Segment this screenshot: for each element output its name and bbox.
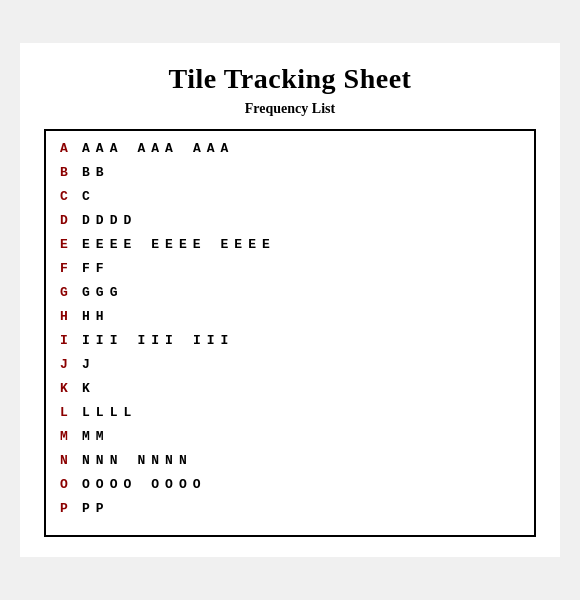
tile-group: III [137, 333, 178, 348]
tile: A [96, 141, 104, 156]
tile-group: EEEE [151, 237, 206, 252]
tile-group: DDDD [82, 213, 137, 228]
tile: A [165, 141, 173, 156]
tile: D [96, 213, 104, 228]
tile-row: FFF [60, 261, 520, 283]
tile: O [82, 477, 90, 492]
tile-group-container: FF [82, 261, 124, 276]
tile-group: NNN [82, 453, 123, 468]
row-label: H [60, 309, 82, 324]
tile-row: LLLLL [60, 405, 520, 427]
row-label: N [60, 453, 82, 468]
tile-group: C [82, 189, 96, 204]
tile: E [165, 237, 173, 252]
tile-row: BBB [60, 165, 520, 187]
tile: D [123, 213, 131, 228]
tile: M [96, 429, 104, 444]
tile: E [96, 237, 104, 252]
tile: F [96, 261, 104, 276]
tile: B [82, 165, 90, 180]
tile-row: OOOOOOOOO [60, 477, 520, 499]
tile: L [110, 405, 118, 420]
tile: E [110, 237, 118, 252]
tile: L [82, 405, 90, 420]
row-label: B [60, 165, 82, 180]
tile: C [82, 189, 90, 204]
row-label: O [60, 477, 82, 492]
tile: O [151, 477, 159, 492]
tile: G [110, 285, 118, 300]
tile-row: GGGG [60, 285, 520, 307]
row-label: I [60, 333, 82, 348]
tile-group: PP [82, 501, 110, 516]
row-label: J [60, 357, 82, 372]
tile: E [234, 237, 242, 252]
tile-group: FF [82, 261, 110, 276]
tile-group: AAA [193, 141, 234, 156]
tile-group-container: DDDD [82, 213, 151, 228]
tile-group: BB [82, 165, 110, 180]
tile: N [110, 453, 118, 468]
tile-group-container: PP [82, 501, 124, 516]
row-label: P [60, 501, 82, 516]
tile: N [137, 453, 145, 468]
row-label: A [60, 141, 82, 156]
tile-group: J [82, 357, 96, 372]
tile: N [151, 453, 159, 468]
tile: I [137, 333, 145, 348]
tile: J [82, 357, 90, 372]
tile-row: DDDDD [60, 213, 520, 235]
tile-group: III [193, 333, 234, 348]
tile: D [110, 213, 118, 228]
tile-group-container: J [82, 357, 110, 372]
tile: N [179, 453, 187, 468]
page-title: Tile Tracking Sheet [44, 63, 536, 95]
tile: A [151, 141, 159, 156]
tile-group-container: AAAAAAAAA [82, 141, 248, 156]
tile: M [82, 429, 90, 444]
tile: I [193, 333, 201, 348]
tile: A [193, 141, 201, 156]
tile-group: NNNN [137, 453, 192, 468]
tile-row: AAAAAAAAAA [60, 141, 520, 163]
tile: N [82, 453, 90, 468]
tile-group-container: MM [82, 429, 124, 444]
tile: L [123, 405, 131, 420]
tile: P [96, 501, 104, 516]
tile: G [96, 285, 104, 300]
tile-row: IIIIIIIIII [60, 333, 520, 355]
tile: N [96, 453, 104, 468]
tile-group-container: C [82, 189, 110, 204]
tile: A [82, 141, 90, 156]
tile-row: KK [60, 381, 520, 403]
tile-group-container: K [82, 381, 110, 396]
tile-row: NNNNNNNN [60, 453, 520, 475]
tile-grid: AAAAAAAAAABBBCCDDDDDEEEEEEEEEEEEEFFFGGGG… [44, 129, 536, 537]
tile-row: PPP [60, 501, 520, 523]
tile: L [96, 405, 104, 420]
tile: E [193, 237, 201, 252]
row-label: D [60, 213, 82, 228]
tile: E [221, 237, 229, 252]
tile: O [123, 477, 131, 492]
tile-group-container: OOOOOOOO [82, 477, 221, 492]
tile-group: AAA [82, 141, 123, 156]
tile: B [96, 165, 104, 180]
tile: A [110, 141, 118, 156]
row-label: M [60, 429, 82, 444]
tile-group-container: LLLL [82, 405, 151, 420]
tile-group: HH [82, 309, 110, 324]
tile: A [221, 141, 229, 156]
row-label: L [60, 405, 82, 420]
tile: D [82, 213, 90, 228]
tile-group: MM [82, 429, 110, 444]
tile-group: III [82, 333, 123, 348]
tile-group-container: NNNNNNN [82, 453, 207, 468]
tile: E [248, 237, 256, 252]
tile-group: EEEE [82, 237, 137, 252]
tile: O [193, 477, 201, 492]
row-label: K [60, 381, 82, 396]
tile: I [221, 333, 229, 348]
tile-group-container: EEEEEEEEEEEE [82, 237, 290, 252]
tile: I [165, 333, 173, 348]
